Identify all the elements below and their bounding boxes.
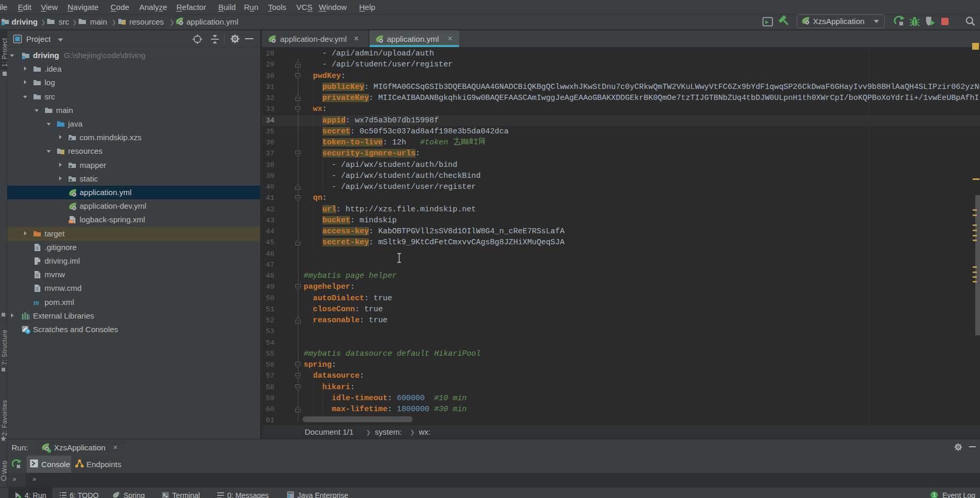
- svg-text:<>: <>: [69, 220, 73, 224]
- svg-text:1: 1: [933, 492, 936, 498]
- svg-text:m: m: [34, 299, 39, 307]
